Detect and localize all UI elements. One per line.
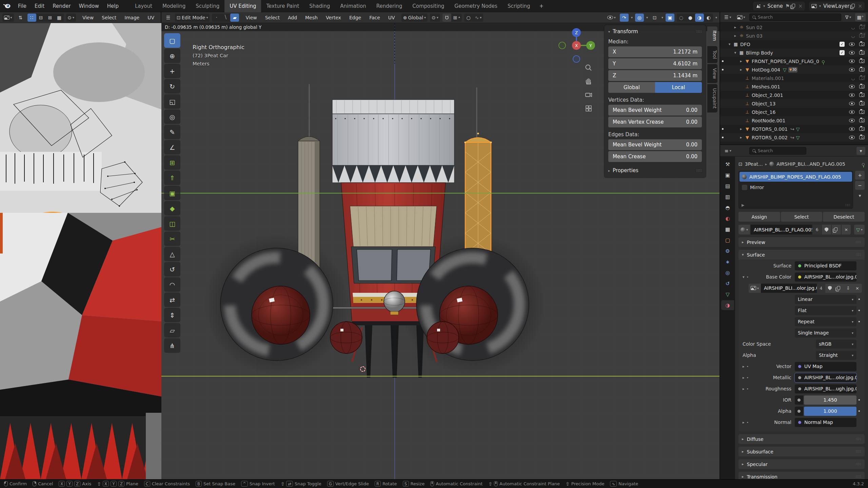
uv-menu-view[interactable]: View (78, 14, 98, 22)
menu-edit[interactable]: Edit (31, 2, 48, 11)
properties-tab-tool[interactable]: ⚒ (721, 159, 734, 169)
panel-header-subsurface[interactable]: ▸Subsurface∷∷ (738, 447, 865, 456)
panel-drag-handle[interactable]: ∷∷ (696, 168, 702, 173)
panel-header-diffuse[interactable]: ▸Diffuse∷∷ (738, 434, 865, 444)
tool-shrink-fatten[interactable]: ⇕ (164, 308, 180, 322)
tool-cursor[interactable]: ⊕ (164, 48, 180, 63)
editor-type-outliner-button[interactable]: ☰▾ (723, 13, 733, 21)
workspace-tab-sculpting[interactable]: Sculpting (191, 0, 224, 12)
uv-menu-select[interactable]: Select (98, 14, 120, 22)
outliner-row-dfo[interactable]: ▾▦DFO✓ (720, 40, 868, 48)
mean-bevel-weight-vertex-field[interactable]: Mean Bevel Weight0.00 (608, 105, 702, 116)
pin-id-icon[interactable] (862, 161, 865, 167)
roughness-field[interactable]: AIRSHIP_BL...ugh.jpg.001 (795, 384, 856, 393)
properties-tab-view-layer[interactable]: ▥ (721, 192, 734, 202)
hide-viewport-icon[interactable] (849, 127, 855, 131)
tool-smooth[interactable]: ◠ (164, 277, 180, 292)
uv-face-select-button[interactable]: ⊞ (46, 14, 55, 22)
browse-image-button[interactable]: ▾ (749, 284, 761, 293)
xray-dropdown[interactable]: ▾ (662, 16, 663, 19)
hide-viewport-icon[interactable] (849, 85, 855, 88)
ior-slider[interactable]: 1.450 (804, 395, 856, 405)
xray-toggle[interactable]: ⊡ (650, 14, 659, 22)
menu-render[interactable]: Render (49, 2, 74, 11)
hide-viewport-icon[interactable] (849, 42, 855, 46)
shading-material-preview-button[interactable]: ◑ (695, 14, 704, 22)
disable-render-icon[interactable] (859, 110, 865, 114)
disable-render-icon[interactable] (859, 59, 865, 63)
mode-selector[interactable]: ⊡ Edit Mode▾ (175, 14, 210, 22)
hide-viewport-icon[interactable] (849, 119, 855, 122)
pan-hand-icon[interactable] (585, 77, 593, 85)
shading-solid-button[interactable]: ● (686, 14, 695, 22)
view-layer-selector[interactable]: ▾ ViewLayer × (809, 2, 865, 11)
tool-knife[interactable]: ✂ (164, 231, 180, 246)
alpha-slider[interactable]: 1.000 (804, 407, 856, 416)
collapse-icon[interactable]: ▾ (608, 30, 610, 34)
median-z-field[interactable]: Z1.1434 m (608, 70, 702, 81)
workspace-tab-scripting[interactable]: Scripting (502, 0, 535, 12)
outliner-row-rotors-0-001[interactable]: ▸▼ROTORS_0.001↪▽ (720, 125, 868, 133)
tool-edge-slide[interactable]: ⇄ (164, 292, 180, 307)
material-users-count[interactable]: 6 (813, 225, 821, 235)
outliner-row-rotors-0-002[interactable]: ▸▼ROTORS_0.002↪▽ (720, 133, 868, 142)
normal-field[interactable]: Normal Map (795, 418, 856, 427)
viewport-menu-mesh[interactable]: Mesh (301, 14, 322, 22)
image-fake-user-button[interactable] (825, 284, 834, 293)
uv-sticky-select-button[interactable]: ⊙▾ (66, 14, 76, 22)
image-duplicate-button[interactable] (834, 284, 844, 293)
expander-icon[interactable]: ▸ (738, 67, 744, 72)
exclude-checkbox[interactable]: ✓ (840, 50, 845, 55)
expander-icon[interactable]: ▸ (732, 25, 738, 29)
image-name-field[interactable]: AIRSHIP_BLI...olor.jpg.002 (761, 284, 817, 293)
shading-dropdown[interactable]: ▾ (715, 16, 717, 19)
interpolation-select[interactable]: Linear▾ (795, 295, 856, 304)
show-gizmos-toggle[interactable]: ↷ (620, 14, 629, 22)
tool-scale[interactable]: ◱ (164, 94, 180, 109)
image-pack-button[interactable]: ⇩ (844, 284, 853, 293)
filter-button[interactable]: ∇▾ (844, 13, 853, 21)
disable-render-icon[interactable] (859, 42, 865, 46)
hide-viewport-icon[interactable]: ◡ (851, 34, 855, 38)
list-drag-handle[interactable]: ∷∷ (845, 203, 850, 207)
material-slot-mirror[interactable]: Mirror (739, 182, 852, 192)
color-space-select[interactable]: sRGB▾ (816, 340, 856, 349)
workspace-tab-animation[interactable]: Animation (335, 0, 371, 12)
shading-wireframe-button[interactable]: ◌ (677, 14, 686, 22)
snap-magnet-toggle[interactable]: Ω (442, 14, 451, 22)
alpha-mode-select[interactable]: Straight▾ (816, 351, 856, 360)
navigation-gizmo[interactable]: Z Y X (557, 26, 595, 68)
metallic-field[interactable]: AIRSHIP_BL...olor.jpg.002 (795, 373, 856, 382)
ortho-grid-icon[interactable] (585, 104, 593, 113)
disable-render-icon[interactable] (859, 127, 865, 131)
properties-tab-collection[interactable]: ▦ (721, 224, 734, 234)
breadcrumb-material[interactable]: AIRSHIP_BLI...AND_FLAG.005 (776, 161, 845, 167)
tool-rotate[interactable]: ↻ (164, 79, 180, 94)
add-workspace-button[interactable]: + (535, 0, 548, 12)
tool-spin[interactable]: ↺ (164, 262, 180, 277)
disable-render-icon[interactable]: × (859, 76, 865, 80)
assign-button[interactable]: Assign (738, 212, 780, 222)
image-users-count[interactable]: 4 (817, 284, 825, 293)
pin-icon[interactable]: ⚑ (785, 3, 790, 9)
outliner-row-front-ropes-and-flag-0[interactable]: ▸▼FRONT_ROPES_AND_FLAG_0 (720, 57, 868, 65)
properties-tab-object[interactable]: ▢ (721, 235, 734, 245)
outliner-display-mode-button[interactable]: ▾ (735, 13, 747, 21)
properties-tab-particles[interactable]: ∗ (721, 257, 734, 267)
snap-target-selector[interactable]: ⊞▾ (452, 14, 462, 22)
properties-options-button[interactable]: ▾ (856, 147, 865, 155)
visibility-dropdown[interactable]: ▾ (606, 14, 617, 22)
tool-extrude-region[interactable]: ⇑ (164, 170, 180, 185)
extension-select[interactable]: Repeat▾ (795, 317, 856, 326)
tool-inset-faces[interactable]: ▣ (164, 186, 180, 200)
outliner-row-object-13[interactable]: ⊥Object_13 (720, 99, 868, 108)
tool-bevel[interactable]: ◆ (164, 201, 180, 216)
sidebar-tab-item[interactable]: Item (707, 26, 717, 45)
panel-header-transmission[interactable]: ▸Transmission∷∷ (738, 472, 865, 479)
link-target-button[interactable]: ▽▾ (854, 225, 865, 235)
workspace-tab-texture-paint[interactable]: Texture Paint (261, 0, 304, 12)
properties-tab-scene[interactable]: ◓ (721, 203, 734, 212)
properties-subpanel-header[interactable]: ▸ Properties ∷∷ (608, 167, 702, 174)
breadcrumb-object[interactable]: 3Peat... (745, 161, 763, 167)
disable-render-icon[interactable] (859, 119, 865, 122)
